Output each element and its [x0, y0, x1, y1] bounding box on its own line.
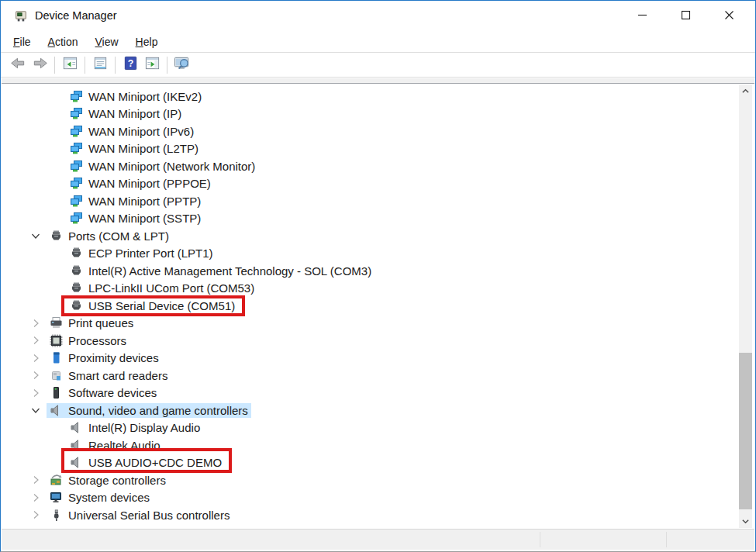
- device-tree: WAN Miniport (IKEv2)WAN Miniport (IP)WAN…: [2, 88, 739, 524]
- svg-text:?: ?: [127, 58, 133, 69]
- network-adapter-icon: [70, 90, 83, 103]
- tree-item-intel-r-display-audio: Intel(R) Display Audio: [2, 419, 739, 437]
- tree-item-processors: Processors: [2, 332, 739, 350]
- chevron-right-icon[interactable]: [29, 369, 42, 381]
- network-adapter-icon: [70, 125, 83, 138]
- chevron-right-icon[interactable]: [29, 387, 42, 399]
- back-arrow-button[interactable]: [7, 55, 29, 75]
- tree-item-content[interactable]: LPC-LinkII UCom Port (COM53): [67, 281, 257, 295]
- menu-item-file[interactable]: File: [5, 33, 40, 50]
- maximize-icon: [681, 9, 691, 23]
- window-controls: [620, 1, 751, 32]
- tree-item-content[interactable]: WAN Miniport (IP): [67, 106, 185, 121]
- menu-bar: FileActionViewHelp: [1, 32, 755, 52]
- forward-arrow-icon: [31, 55, 49, 74]
- menu-item-help[interactable]: Help: [127, 33, 167, 50]
- tree-item-content[interactable]: Sound, video and game controllers: [47, 403, 251, 418]
- tree-item-content[interactable]: Software devices: [47, 385, 160, 400]
- tree-item-label: Ports (COM & LPT): [68, 229, 169, 243]
- chevron-down-icon[interactable]: [29, 229, 42, 242]
- maximize-button[interactable]: [664, 1, 707, 32]
- tree-item-proximity-devices: Proximity devices: [2, 350, 739, 367]
- tree-item-label: Universal Serial Bus controllers: [68, 509, 230, 522]
- serial-port-icon: [70, 299, 83, 312]
- smart-card-reader-icon: [50, 369, 63, 382]
- serial-port-icon: [50, 229, 63, 243]
- tree-item-content[interactable]: WAN Miniport (PPPOE): [67, 176, 214, 191]
- speaker-icon: [70, 439, 83, 452]
- tree-item-wan-miniport-network-monitor: WAN Miniport (Network Monitor): [2, 157, 739, 175]
- tree-item-content[interactable]: WAN Miniport (PPTP): [67, 194, 204, 209]
- tree-item-usb-audio-cdc-demo: USB AUDIO+CDC DEMO: [2, 454, 739, 472]
- properties-button[interactable]: [89, 55, 111, 75]
- serial-port-icon: [70, 247, 83, 260]
- forward-arrow-button[interactable]: [29, 55, 50, 75]
- show-action-pane-icon: [143, 55, 161, 74]
- tree-item-content[interactable]: Intel(R) Display Audio: [67, 420, 203, 435]
- status-separator: [540, 532, 540, 547]
- network-adapter-icon: [70, 142, 83, 155]
- chevron-right-icon[interactable]: [29, 317, 42, 329]
- minimize-button[interactable]: [620, 1, 664, 32]
- menu-item-action[interactable]: Action: [40, 33, 87, 50]
- chevron-right-icon[interactable]: [29, 492, 42, 504]
- tree-item-realtek-audio: Realtek Audio: [2, 436, 739, 454]
- chevron-right-icon[interactable]: [29, 474, 42, 486]
- tree-item-content[interactable]: Universal Serial Bus controllers: [47, 508, 233, 523]
- tree-item-content[interactable]: Smart card readers: [47, 368, 171, 383]
- show-action-pane-button[interactable]: [141, 55, 163, 75]
- tree-item-label: LPC-LinkII UCom Port (COM53): [88, 281, 254, 295]
- tree-item-smart-card-readers: Smart card readers: [2, 367, 739, 385]
- tree-item-content[interactable]: Storage controllers: [47, 473, 169, 488]
- vertical-scrollbar[interactable]: [739, 85, 752, 528]
- minimize-icon: [637, 9, 647, 23]
- device-manager-icon: [14, 9, 28, 22]
- scroll-thumb[interactable]: [739, 353, 752, 509]
- tree-item-label: Intel(R) Active Management Technology - …: [88, 264, 371, 278]
- toolbar-separator: [167, 57, 167, 74]
- tree-item-content[interactable]: System devices: [47, 490, 153, 505]
- tree-item-content[interactable]: Processors: [47, 333, 129, 348]
- tree-item-label: Realtek Audio: [88, 439, 161, 452]
- tree-item-label: WAN Miniport (IKEv2): [88, 90, 202, 103]
- chevron-down-icon[interactable]: [29, 404, 42, 416]
- help-button[interactable]: ?: [119, 55, 141, 75]
- scroll-down-button[interactable]: [739, 515, 752, 528]
- scan-hardware-changes-button[interactable]: [171, 55, 193, 75]
- toolbar-separator: [115, 57, 116, 74]
- tree-item-sound-video-and-game-controllers: Sound, video and game controllers: [2, 402, 739, 419]
- menu-item-view[interactable]: View: [87, 33, 127, 50]
- tree-item-content[interactable]: WAN Miniport (SSTP): [67, 211, 204, 226]
- tree-item-content[interactable]: WAN Miniport (IKEv2): [67, 89, 205, 104]
- tree-item-ecp-printer-port-lpt1: ECP Printer Port (LPT1): [2, 245, 739, 263]
- scroll-down-icon: [741, 515, 750, 529]
- scroll-up-button[interactable]: [739, 85, 752, 98]
- tree-item-content[interactable]: WAN Miniport (Network Monitor): [67, 159, 258, 174]
- tree-item-content[interactable]: WAN Miniport (IPv6): [67, 124, 197, 139]
- tree-item-wan-miniport-ipv6: WAN Miniport (IPv6): [2, 122, 739, 140]
- tree-item-content[interactable]: WAN Miniport (L2TP): [67, 141, 202, 156]
- tree-item-label: WAN Miniport (IPv6): [88, 125, 194, 138]
- tree-item-wan-miniport-ikev2: WAN Miniport (IKEv2): [2, 88, 739, 105]
- close-button[interactable]: [707, 1, 751, 32]
- tree-item-content[interactable]: USB AUDIO+CDC DEMO: [67, 455, 225, 470]
- properties-icon: [91, 55, 109, 74]
- tree-item-print-queues: Print queues: [2, 315, 739, 333]
- show-console-tree-button[interactable]: [59, 55, 81, 75]
- tree-item-usb-serial-device-com51: USB Serial Device (COM51): [2, 297, 739, 315]
- tree-item-content[interactable]: Intel(R) Active Management Technology - …: [67, 264, 375, 278]
- tree-item-content[interactable]: Proximity devices: [47, 350, 162, 365]
- tree-item-label: Print queues: [68, 316, 133, 329]
- chevron-right-icon[interactable]: [29, 509, 42, 521]
- system-device-icon: [50, 491, 63, 504]
- tree-item-content[interactable]: Print queues: [47, 316, 136, 330]
- network-adapter-icon: [70, 107, 83, 120]
- tree-item-content[interactable]: Ports (COM & LPT): [47, 229, 172, 243]
- storage-controller-icon: [50, 474, 63, 487]
- back-arrow-icon: [9, 55, 27, 74]
- tree-item-content[interactable]: USB Serial Device (COM51): [67, 298, 238, 313]
- tree-item-content[interactable]: Realtek Audio: [67, 438, 164, 453]
- chevron-right-icon[interactable]: [29, 334, 42, 347]
- chevron-right-icon[interactable]: [29, 352, 42, 364]
- tree-item-content[interactable]: ECP Printer Port (LPT1): [67, 246, 216, 260]
